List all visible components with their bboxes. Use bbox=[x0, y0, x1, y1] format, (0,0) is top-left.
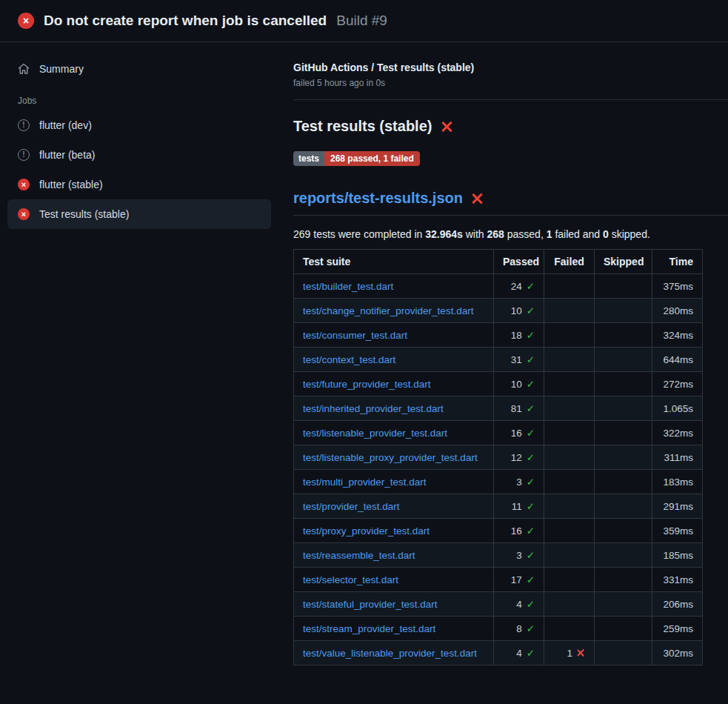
table-row: test/selector_test.dart17✓331ms bbox=[294, 568, 703, 592]
table-body: test/builder_test.dart24✓375mstest/chang… bbox=[294, 274, 703, 665]
suite-link[interactable]: test/builder_test.dart bbox=[303, 281, 393, 292]
suite-link[interactable]: test/future_provider_test.dart bbox=[303, 379, 431, 390]
time-cell: 331ms bbox=[652, 568, 703, 592]
failed-cell bbox=[544, 299, 595, 323]
report-link[interactable]: reports/test-results.json bbox=[293, 190, 463, 207]
home-icon bbox=[18, 63, 30, 75]
suite-link[interactable]: test/listenable_provider_test.dart bbox=[303, 428, 447, 439]
suite-cell: test/listenable_provider_test.dart bbox=[294, 421, 494, 445]
failed-cell bbox=[544, 348, 595, 372]
neutral-circle-icon: ! bbox=[18, 119, 30, 131]
suite-link[interactable]: test/reassemble_test.dart bbox=[303, 550, 415, 561]
passed-cell: 16✓ bbox=[494, 519, 544, 543]
sidebar-item-summary[interactable]: Summary bbox=[7, 54, 271, 84]
sidebar-item-test-results-stable[interactable]: ×Test results (stable) bbox=[7, 199, 271, 229]
failed-cell bbox=[544, 617, 595, 641]
summary-fragment: passed, bbox=[504, 228, 547, 240]
suite-cell: test/value_listenable_provider_test.dart bbox=[294, 641, 494, 665]
badge-value: 268 passed, 1 failed bbox=[324, 151, 420, 166]
suite-link[interactable]: test/context_test.dart bbox=[303, 354, 395, 365]
passed-cell: 11✓ bbox=[494, 494, 544, 519]
check-icon: ✓ bbox=[527, 452, 535, 463]
suite-cell: test/selector_test.dart bbox=[294, 568, 494, 592]
time-cell: 302ms bbox=[652, 641, 703, 665]
sidebar-item-label: Test results (stable) bbox=[39, 208, 129, 220]
failed-x-icon bbox=[471, 192, 484, 205]
summary-fragment: 1 bbox=[547, 228, 552, 240]
failed-circle-icon: × bbox=[18, 208, 30, 220]
skipped-cell bbox=[595, 323, 652, 348]
passed-cell: 12✓ bbox=[494, 445, 544, 470]
suite-link[interactable]: test/selector_test.dart bbox=[303, 574, 398, 585]
failed-cell bbox=[544, 568, 595, 592]
check-icon: ✓ bbox=[527, 354, 535, 365]
summary-fragment: 0 bbox=[603, 228, 609, 240]
time-cell: 644ms bbox=[652, 348, 703, 372]
build-number: Build #9 bbox=[336, 13, 387, 29]
time-cell: 206ms bbox=[652, 592, 703, 617]
suite-link[interactable]: test/value_listenable_provider_test.dart bbox=[303, 648, 477, 659]
summary-line: 269 tests were completed in 32.964s with… bbox=[293, 228, 728, 240]
failed-cell bbox=[544, 543, 595, 568]
sidebar-item-flutter-stable[interactable]: ×flutter (stable) bbox=[7, 170, 271, 199]
table-row: test/future_provider_test.dart10✓272ms bbox=[294, 372, 703, 396]
suite-cell: test/builder_test.dart bbox=[294, 274, 494, 299]
suite-link[interactable]: test/proxy_provider_test.dart bbox=[303, 525, 430, 537]
check-icon: ✓ bbox=[527, 574, 535, 585]
table-row: test/builder_test.dart24✓375ms bbox=[294, 274, 703, 299]
passed-cell: 18✓ bbox=[494, 323, 544, 348]
skipped-cell bbox=[595, 396, 652, 421]
skipped-cell bbox=[595, 519, 652, 543]
column-header-skipped: Skipped bbox=[595, 250, 652, 274]
passed-cell: 24✓ bbox=[494, 274, 544, 299]
table-header-row: Test suitePassedFailedSkippedTime bbox=[294, 250, 703, 274]
sidebar-item-label: flutter (stable) bbox=[39, 179, 103, 190]
table-row: test/context_test.dart31✓644ms bbox=[294, 348, 703, 372]
suite-link[interactable]: test/multi_provider_test.dart bbox=[303, 476, 427, 488]
summary-fragment: 268 bbox=[487, 228, 504, 240]
table-row: test/change_notifier_provider_test.dart1… bbox=[294, 299, 703, 323]
sidebar-item-flutter-beta[interactable]: !flutter (beta) bbox=[7, 140, 271, 170]
passed-cell: 81✓ bbox=[494, 396, 544, 421]
suite-link[interactable]: test/inherited_provider_test.dart bbox=[303, 403, 444, 414]
sidebar-item-flutter-dev[interactable]: !flutter (dev) bbox=[7, 110, 271, 140]
summary-fragment: with bbox=[463, 228, 487, 240]
time-cell: 311ms bbox=[652, 445, 703, 470]
suite-cell: test/listenable_proxy_provider_test.dart bbox=[294, 445, 494, 470]
failed-cell bbox=[544, 519, 595, 543]
suite-link[interactable]: test/change_notifier_provider_test.dart bbox=[303, 305, 473, 316]
failed-circle-icon: × bbox=[18, 13, 34, 29]
suite-link[interactable]: test/listenable_proxy_provider_test.dart bbox=[303, 452, 478, 463]
failed-cell bbox=[544, 274, 595, 299]
check-icon: ✓ bbox=[527, 281, 535, 292]
suite-link[interactable]: test/provider_test.dart bbox=[303, 501, 400, 512]
failed-cell bbox=[544, 421, 595, 445]
suite-cell: test/multi_provider_test.dart bbox=[294, 470, 494, 494]
failed-cell bbox=[544, 323, 595, 348]
check-icon: ✓ bbox=[527, 305, 535, 316]
suite-link[interactable]: test/stateful_provider_test.dart bbox=[303, 599, 438, 610]
time-cell: 183ms bbox=[652, 470, 703, 494]
check-icon: ✓ bbox=[527, 403, 535, 414]
failed-circle-icon: × bbox=[18, 179, 30, 190]
sidebar: Summary Jobs !flutter (dev)!flutter (bet… bbox=[0, 42, 281, 229]
skipped-cell bbox=[595, 470, 652, 494]
results-table: Test suitePassedFailedSkippedTime test/b… bbox=[293, 249, 703, 665]
check-icon: ✓ bbox=[527, 330, 535, 341]
skipped-cell bbox=[595, 445, 652, 470]
failed-cell bbox=[544, 445, 595, 470]
tests-badge: tests 268 passed, 1 failed bbox=[293, 151, 420, 166]
suite-link[interactable]: test/stream_provider_test.dart bbox=[303, 623, 435, 634]
column-header-test-suite: Test suite bbox=[294, 250, 494, 274]
table-row: test/provider_test.dart11✓291ms bbox=[294, 494, 703, 519]
skipped-cell bbox=[595, 372, 652, 396]
skipped-cell bbox=[595, 641, 652, 665]
suite-link[interactable]: test/consumer_test.dart bbox=[303, 330, 407, 341]
breadcrumb: GitHub Actions / Test results (stable) bbox=[293, 62, 728, 73]
passed-cell: 4✓ bbox=[494, 592, 544, 617]
suite-cell: test/stream_provider_test.dart bbox=[294, 617, 494, 641]
sidebar-item-label: flutter (dev) bbox=[39, 119, 92, 131]
table-row: test/proxy_provider_test.dart16✓359ms bbox=[294, 519, 703, 543]
check-icon: ✓ bbox=[527, 623, 535, 634]
check-icon: ✓ bbox=[527, 550, 535, 561]
